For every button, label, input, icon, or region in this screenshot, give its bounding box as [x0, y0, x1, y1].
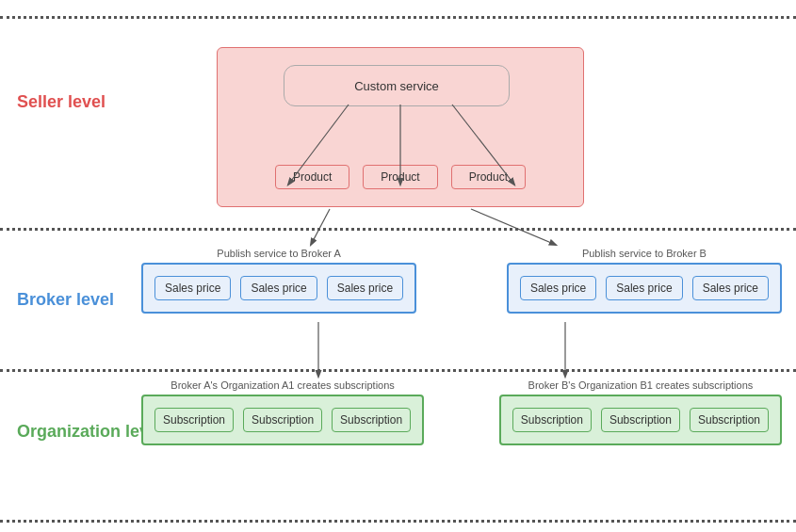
broker-group-b: Publish service to Broker B Sales price … — [507, 248, 782, 314]
broker-a-box: Sales price Sales price Sales price — [141, 263, 416, 314]
product-box-1: Product — [275, 165, 349, 189]
org-a-sub-1: Subscription — [154, 408, 234, 432]
broker-level-label: Broker level — [17, 290, 114, 310]
custom-service-label: Custom service — [354, 79, 439, 93]
product-boxes: Product Product Product — [218, 165, 583, 189]
broker-b-sales-price-3: Sales price — [692, 276, 769, 300]
broker-b-publish-label: Publish service to Broker B — [582, 248, 707, 259]
org-a-sub-2: Subscription — [243, 408, 322, 432]
org-a-sub-3: Subscription — [332, 408, 411, 432]
org-group-a: Broker A's Organization A1 creates subsc… — [141, 379, 424, 445]
seller-box: Custom service Product Product Product — [217, 47, 584, 207]
org-group-b: Broker B's Organization B1 creates subsc… — [499, 379, 782, 445]
dotted-line-mid1 — [0, 224, 796, 234]
org-b-publish-label: Broker B's Organization B1 creates subsc… — [528, 379, 754, 391]
org-b-sub-3: Subscription — [690, 408, 769, 432]
org-section: Broker A's Organization A1 creates subsc… — [141, 379, 782, 445]
broker-a-publish-label: Publish service to Broker A — [217, 248, 340, 259]
product-box-2: Product — [363, 165, 437, 189]
broker-b-sales-price-2: Sales price — [606, 276, 682, 300]
dotted-line-mid2 — [0, 365, 796, 375]
org-b-sub-2: Subscription — [601, 408, 680, 432]
org-b-sub-1: Subscription — [512, 408, 592, 432]
org-a-box: Subscription Subscription Subscription — [141, 395, 424, 445]
dotted-line-top — [0, 12, 796, 22]
broker-b-sales-price-1: Sales price — [520, 276, 596, 300]
product-box-3: Product — [451, 165, 526, 189]
dotted-line-bottom — [0, 516, 796, 525]
broker-section: Publish service to Broker A Sales price … — [141, 248, 782, 314]
org-a-publish-label: Broker A's Organization A1 creates subsc… — [171, 379, 395, 391]
seller-level-label: Seller level — [17, 92, 106, 112]
broker-b-box: Sales price Sales price Sales price — [507, 263, 782, 314]
broker-a-sales-price-1: Sales price — [154, 276, 231, 300]
broker-a-sales-price-3: Sales price — [327, 276, 403, 300]
broker-a-sales-price-2: Sales price — [240, 276, 317, 300]
broker-group-a: Publish service to Broker A Sales price … — [141, 248, 416, 314]
org-b-box: Subscription Subscription Subscription — [499, 395, 782, 445]
custom-service-box: Custom service — [284, 65, 510, 106]
